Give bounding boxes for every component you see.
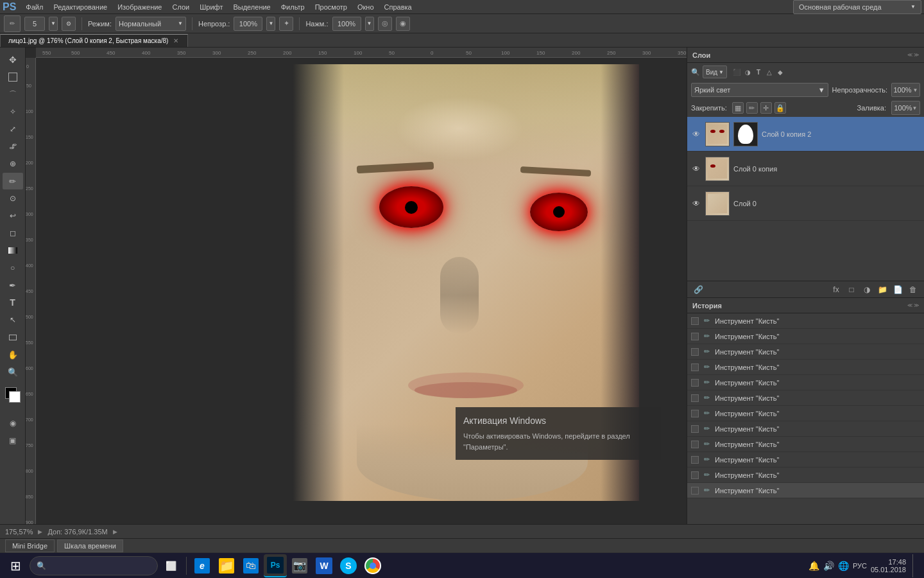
layer-visibility-eye-1[interactable]: 👁 (691, 164, 701, 174)
network-icon[interactable]: 🌐 (838, 561, 849, 571)
tool-eyedropper[interactable]: 🖇 (3, 138, 23, 155)
app7-btn[interactable]: 📷 (288, 554, 311, 577)
menu-item-file[interactable]: Файл (21, 2, 47, 12)
menu-item-filter[interactable]: Фильтр (277, 2, 309, 12)
taskbar-search[interactable]: 🔍 (30, 556, 158, 575)
history-checkbox-0[interactable] (691, 317, 699, 325)
pen-pressure-btn2[interactable]: ◉ (396, 17, 410, 31)
flow-value[interactable]: 100% (332, 17, 361, 31)
workspace-dropdown[interactable]: Основная рабочая среда ▼ (793, 0, 921, 14)
history-item-8[interactable]: ✏ Инструмент "Кисть" (687, 437, 924, 452)
history-checkbox-1[interactable] (691, 333, 699, 340)
history-checkbox-8[interactable] (691, 441, 699, 448)
history-item-0[interactable]: ✏ Инструмент "Кисть" (687, 313, 924, 329)
brush-preview[interactable]: ✏ (4, 15, 21, 32)
tab-timeline[interactable]: Шкала времени (57, 539, 123, 552)
tool-history-brush[interactable]: ↩ (3, 207, 23, 224)
kind-shape-icon[interactable]: △ (765, 67, 774, 76)
tool-brush[interactable]: ✏ (3, 173, 23, 189)
flow-arrow-btn[interactable]: ▼ (365, 17, 374, 31)
layer-item-0[interactable]: 👁 Слой 0 копия 2 (687, 117, 924, 152)
history-checkbox-4[interactable] (691, 379, 699, 387)
document-tab[interactable]: лицо1.jpg @ 176% (Слой 0 копия 2, Быстра… (0, 34, 188, 47)
airbrush-btn[interactable]: ✦ (279, 17, 293, 31)
tab-mini-bridge[interactable]: Mini Bridge (5, 539, 55, 552)
color-foreground[interactable] (3, 386, 23, 403)
history-item-1[interactable]: ✏ Инструмент "Кисть" (687, 329, 924, 344)
kind-type-icon[interactable]: T (754, 67, 763, 76)
tool-marquee[interactable] (3, 69, 23, 85)
screen-mode-btn[interactable]: ▣ (3, 432, 23, 449)
history-collapse-btn[interactable]: ≪ (907, 302, 912, 308)
lock-transparent-btn[interactable]: ▦ (732, 102, 744, 114)
layers-expand-btn[interactable]: ≫ (914, 52, 919, 58)
lock-image-btn[interactable]: ✏ (746, 102, 758, 114)
history-item-3[interactable]: ✏ Инструмент "Кисть" (687, 360, 924, 375)
history-item-11[interactable]: ✏ Инструмент "Кисть" (687, 483, 924, 498)
tool-crop[interactable]: ⤢ (3, 121, 23, 137)
store-btn[interactable]: 🛍 (239, 554, 262, 577)
history-item-9[interactable]: ✏ Инструмент "Кисть" (687, 452, 924, 468)
history-expand-btn[interactable]: ≫ (914, 302, 919, 308)
history-item-7[interactable]: ✏ Инструмент "Кисть" (687, 421, 924, 437)
history-checkbox-7[interactable] (691, 425, 699, 433)
new-adjustment-btn[interactable]: ◑ (861, 284, 873, 295)
history-checkbox-10[interactable] (691, 471, 699, 479)
photoshop-taskbar-btn[interactable]: Ps (264, 554, 287, 577)
add-style-btn[interactable]: fx (830, 284, 842, 295)
menu-item-layers[interactable]: Слои (167, 2, 194, 12)
quick-mask-btn[interactable]: ◉ (3, 415, 23, 432)
menu-item-type[interactable]: Шрифт (195, 2, 227, 12)
tool-zoom[interactable]: 🔍 (3, 363, 23, 380)
history-checkbox-2[interactable] (691, 348, 699, 356)
tool-clone[interactable]: ⊙ (3, 190, 23, 207)
tool-lasso[interactable]: ⌒ (3, 86, 23, 103)
tool-move[interactable]: ✥ (3, 51, 23, 68)
history-item-2[interactable]: ✏ Инструмент "Кисть" (687, 344, 924, 360)
layer-visibility-eye-2[interactable]: 👁 (691, 198, 701, 209)
brush-size-box[interactable]: 5 (24, 17, 45, 31)
opacity-control[interactable]: 100% ▼ (891, 83, 920, 97)
tool-gradient[interactable] (3, 242, 23, 259)
menu-item-select[interactable]: Выделение (228, 2, 275, 12)
layer-visibility-eye-0[interactable]: 👁 (691, 129, 701, 139)
tool-text[interactable]: T (3, 294, 23, 311)
history-checkbox-5[interactable] (691, 394, 699, 402)
menu-item-edit[interactable]: Редактирование (49, 2, 112, 12)
menu-item-view[interactable]: Просмотр (311, 2, 352, 12)
tool-hand[interactable]: ✋ (3, 346, 23, 363)
history-item-4[interactable]: ✏ Инструмент "Кисть" (687, 375, 924, 390)
menu-item-image[interactable]: Изображение (113, 2, 166, 12)
show-desktop-btn[interactable] (912, 554, 916, 577)
kind-pixel-icon[interactable]: ⬛ (732, 67, 741, 76)
chrome-btn[interactable] (361, 554, 384, 577)
pen-pressure-btn[interactable]: ◎ (378, 17, 392, 31)
history-item-10[interactable]: ✏ Инструмент "Кисть" (687, 468, 924, 483)
tool-path-select[interactable]: ↖ (3, 311, 23, 328)
new-group-btn[interactable]: 📁 (877, 284, 888, 295)
layer-item-1[interactable]: 👁 Слой 0 копия (687, 152, 924, 186)
menu-item-window[interactable]: Окно (353, 2, 379, 12)
mode-dropdown[interactable]: Нормальный ▼ (116, 17, 186, 31)
canvas-work-area[interactable]: Активация Windows Чтобы активировать Win… (36, 58, 687, 524)
kind-adjustment-icon[interactable]: ◑ (743, 67, 752, 76)
tool-pen[interactable]: ✒ (3, 277, 23, 293)
tab-close-btn[interactable]: ✕ (172, 37, 180, 45)
history-item-5[interactable]: ✏ Инструмент "Кисть" (687, 390, 924, 406)
tool-eraser[interactable]: ◻ (3, 225, 23, 241)
tool-heal[interactable]: ⊕ (3, 155, 23, 172)
brush-options-btn[interactable]: ⚙ (62, 17, 76, 31)
history-checkbox-9[interactable] (691, 456, 699, 464)
opacity-arrow-btn[interactable]: ▼ (266, 17, 275, 31)
new-layer-btn[interactable]: 📄 (892, 284, 903, 295)
layer-item-2[interactable]: 👁 Слой 0 (687, 186, 924, 221)
start-button[interactable]: ⊞ (3, 554, 28, 577)
add-mask-btn[interactable]: □ (846, 284, 857, 295)
layers-kind-dropdown[interactable]: Вид ▼ (703, 66, 727, 78)
blend-mode-dropdown[interactable]: Яркий свет ▼ (691, 83, 828, 97)
skype-btn[interactable]: S (337, 554, 360, 577)
delete-layer-btn[interactable]: 🗑 (907, 284, 919, 295)
file-explorer-btn[interactable]: 📁 (215, 554, 238, 577)
volume-icon[interactable]: 🔊 (823, 561, 834, 571)
notification-icon[interactable]: 🔔 (809, 561, 819, 571)
